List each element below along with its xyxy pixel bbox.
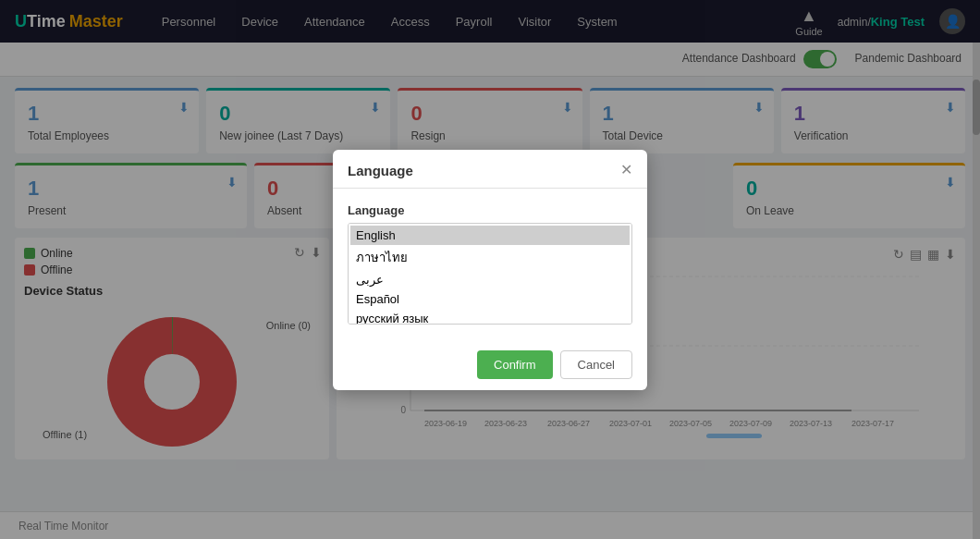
language-modal: Language ✕ Language EnglishภาษาไทยعربىEs… (333, 150, 647, 390)
language-field-label: Language (348, 203, 632, 217)
language-select[interactable]: EnglishภาษาไทยعربىEspañolрусский языкBah… (348, 223, 632, 325)
modal-close-button[interactable]: ✕ (620, 163, 632, 178)
modal-footer: Confirm Cancel (333, 339, 647, 390)
confirm-button[interactable]: Confirm (477, 350, 553, 379)
modal-title: Language (348, 163, 413, 178)
modal-body: Language EnglishภาษาไทยعربىEspañolрусски… (333, 189, 647, 339)
modal-header: Language ✕ (333, 150, 647, 189)
cancel-button[interactable]: Cancel (560, 350, 632, 379)
modal-overlay: Language ✕ Language EnglishภาษาไทยعربىEs… (0, 0, 980, 539)
